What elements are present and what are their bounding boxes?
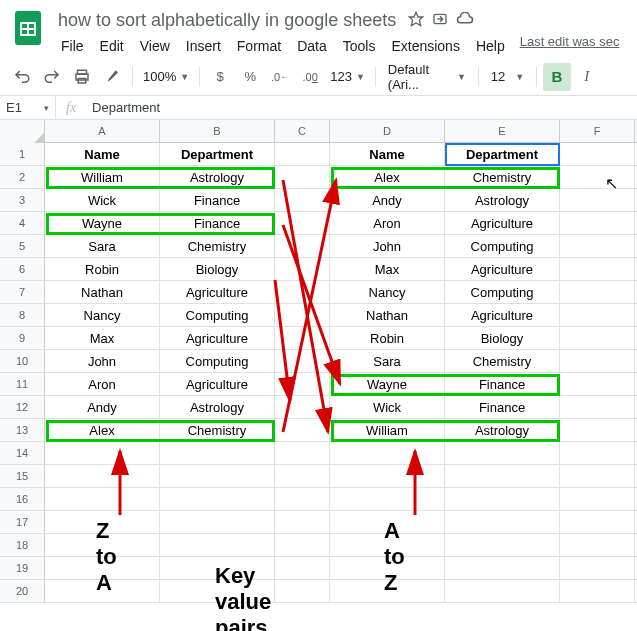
cell[interactable]: William bbox=[45, 166, 160, 188]
cell[interactable]: Nathan bbox=[45, 281, 160, 303]
cell[interactable]: Astrology bbox=[445, 189, 560, 211]
cell[interactable] bbox=[275, 488, 330, 510]
cell[interactable] bbox=[275, 534, 330, 556]
cell[interactable]: Aron bbox=[45, 373, 160, 395]
cell[interactable]: Wayne bbox=[330, 373, 445, 395]
cell[interactable] bbox=[275, 327, 330, 349]
cell[interactable] bbox=[275, 442, 330, 464]
cell[interactable]: Andy bbox=[330, 189, 445, 211]
col-header-A[interactable]: A bbox=[45, 120, 160, 142]
cell[interactable]: Name bbox=[330, 143, 445, 165]
cell[interactable] bbox=[160, 465, 275, 487]
menu-format[interactable]: Format bbox=[230, 34, 288, 58]
cell[interactable] bbox=[160, 511, 275, 533]
cell[interactable]: Finance bbox=[160, 189, 275, 211]
cell[interactable] bbox=[560, 327, 635, 349]
menu-view[interactable]: View bbox=[133, 34, 177, 58]
cell[interactable] bbox=[560, 258, 635, 280]
cell[interactable] bbox=[330, 488, 445, 510]
cell[interactable] bbox=[560, 281, 635, 303]
cell[interactable] bbox=[445, 534, 560, 556]
cell[interactable]: Sara bbox=[45, 235, 160, 257]
cell[interactable] bbox=[275, 419, 330, 441]
format-currency-button[interactable]: $ bbox=[206, 63, 234, 91]
cell[interactable]: Computing bbox=[160, 350, 275, 372]
cell[interactable]: Department bbox=[445, 143, 560, 165]
col-header-E[interactable]: E bbox=[445, 120, 560, 142]
cell[interactable] bbox=[275, 557, 330, 579]
cell[interactable] bbox=[160, 557, 275, 579]
cell[interactable] bbox=[560, 166, 635, 188]
cell[interactable]: Astrology bbox=[445, 419, 560, 441]
cell[interactable]: Agriculture bbox=[445, 304, 560, 326]
cell[interactable] bbox=[445, 511, 560, 533]
cell[interactable] bbox=[275, 350, 330, 372]
menu-file[interactable]: File bbox=[54, 34, 91, 58]
menu-tools[interactable]: Tools bbox=[336, 34, 383, 58]
cell[interactable] bbox=[560, 396, 635, 418]
col-header-C[interactable]: C bbox=[275, 120, 330, 142]
cell[interactable]: Finance bbox=[445, 373, 560, 395]
row-header[interactable]: 15 bbox=[0, 465, 45, 487]
cell[interactable]: Wick bbox=[330, 396, 445, 418]
cell[interactable]: Aron bbox=[330, 212, 445, 234]
cell[interactable]: Robin bbox=[330, 327, 445, 349]
cell[interactable]: Andy bbox=[45, 396, 160, 418]
cell[interactable] bbox=[330, 442, 445, 464]
row-header[interactable]: 12 bbox=[0, 396, 45, 418]
cell[interactable]: Nathan bbox=[330, 304, 445, 326]
cell[interactable]: Nancy bbox=[45, 304, 160, 326]
cell[interactable] bbox=[330, 534, 445, 556]
cell[interactable] bbox=[275, 304, 330, 326]
cell[interactable]: Department bbox=[160, 143, 275, 165]
cell[interactable]: Astrology bbox=[160, 396, 275, 418]
redo-button[interactable] bbox=[38, 63, 66, 91]
cell[interactable] bbox=[45, 580, 160, 602]
cell[interactable]: Robin bbox=[45, 258, 160, 280]
cell[interactable] bbox=[560, 235, 635, 257]
doc-title[interactable]: how to sort alphabetically in google she… bbox=[54, 8, 400, 33]
cell[interactable]: Chemistry bbox=[160, 419, 275, 441]
cell[interactable] bbox=[445, 488, 560, 510]
row-header[interactable]: 8 bbox=[0, 304, 45, 326]
formula-input[interactable] bbox=[86, 100, 637, 115]
row-header[interactable]: 4 bbox=[0, 212, 45, 234]
menu-help[interactable]: Help bbox=[469, 34, 512, 58]
cell[interactable] bbox=[445, 465, 560, 487]
cell[interactable] bbox=[275, 373, 330, 395]
row-header[interactable]: 7 bbox=[0, 281, 45, 303]
cell[interactable] bbox=[45, 534, 160, 556]
fontsize-dropdown[interactable]: 12▼ bbox=[485, 69, 530, 84]
cell[interactable]: Finance bbox=[160, 212, 275, 234]
cell[interactable]: Chemistry bbox=[445, 350, 560, 372]
cell[interactable]: Wayne bbox=[45, 212, 160, 234]
row-header[interactable]: 20 bbox=[0, 580, 45, 602]
name-box[interactable]: E1▾ bbox=[0, 96, 56, 119]
cell[interactable] bbox=[445, 442, 560, 464]
cell[interactable]: Agriculture bbox=[445, 258, 560, 280]
row-header[interactable]: 18 bbox=[0, 534, 45, 556]
row-header[interactable]: 19 bbox=[0, 557, 45, 579]
cell[interactable] bbox=[275, 189, 330, 211]
cell[interactable] bbox=[160, 534, 275, 556]
cell[interactable] bbox=[560, 143, 635, 165]
undo-button[interactable] bbox=[8, 63, 36, 91]
row-header[interactable]: 17 bbox=[0, 511, 45, 533]
cell[interactable]: Max bbox=[330, 258, 445, 280]
row-header[interactable]: 1 bbox=[0, 143, 45, 165]
cell[interactable] bbox=[45, 442, 160, 464]
row-header[interactable]: 2 bbox=[0, 166, 45, 188]
cell[interactable] bbox=[160, 580, 275, 602]
cell[interactable] bbox=[560, 212, 635, 234]
cell[interactable] bbox=[330, 511, 445, 533]
cell[interactable] bbox=[275, 465, 330, 487]
decrease-decimal-button[interactable]: .0← bbox=[266, 63, 294, 91]
cell[interactable] bbox=[445, 580, 560, 602]
cell[interactable] bbox=[275, 396, 330, 418]
cell[interactable]: Nancy bbox=[330, 281, 445, 303]
move-icon[interactable] bbox=[432, 11, 448, 30]
menu-insert[interactable]: Insert bbox=[179, 34, 228, 58]
cell[interactable] bbox=[330, 557, 445, 579]
cell[interactable]: Computing bbox=[160, 304, 275, 326]
cell[interactable] bbox=[275, 580, 330, 602]
